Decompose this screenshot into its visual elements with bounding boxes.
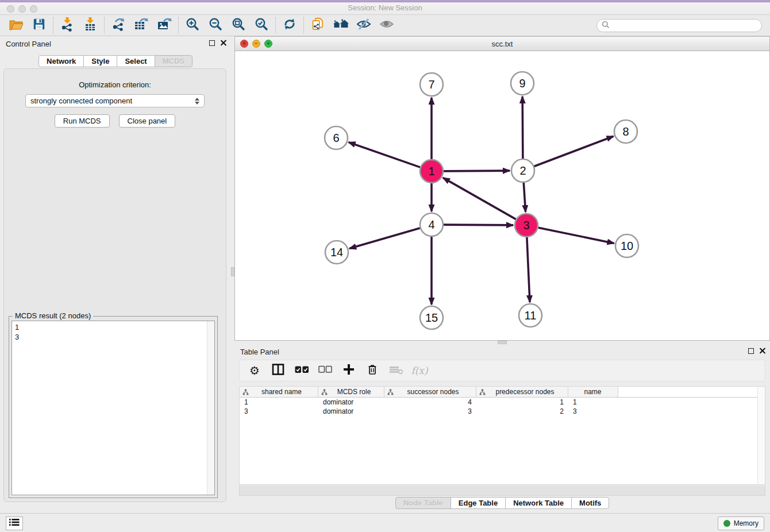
zoom-selected-button[interactable] [250,17,273,34]
tab-node-table[interactable]: Node Table [395,497,451,509]
delete-table-button[interactable] [388,363,404,379]
hide-selected-button[interactable] [352,17,375,34]
export-image-button[interactable] [153,17,176,34]
graph-node-4[interactable]: 4 [420,213,443,236]
graph-node-11[interactable]: 11 [519,304,542,327]
table-cell[interactable]: 1 [568,398,618,407]
graph-edge-2-8[interactable] [534,136,614,166]
table-cell[interactable]: 4 [384,398,476,407]
network-canvas[interactable]: 7968124314101511 [235,51,769,340]
graph-node-14[interactable]: 14 [325,241,348,264]
table-panel: Table Panel ⚙ f(x) shared nameMCDS roles… [234,344,770,513]
tab-style[interactable]: Style [83,55,117,67]
table-cell[interactable]: 3 [568,407,618,416]
column-header-mcds-role[interactable]: MCDS role [318,387,384,397]
graph-node-9[interactable]: 9 [511,72,534,95]
criterion-select[interactable]: strongly connected component [25,94,205,107]
table-cell[interactable]: 2 [476,407,568,416]
task-history-button[interactable] [6,516,23,530]
float-table-panel-icon[interactable] [748,348,754,354]
fx-icon: f(x) [411,365,428,376]
open-file-button[interactable] [5,17,28,34]
graph-node-1[interactable]: 1 [420,160,443,183]
table-settings-button[interactable]: ⚙ [247,363,263,379]
window-title: Session: New Session [0,3,770,12]
run-mcds-button[interactable]: Run MCDS [55,114,110,128]
zoom-out-button[interactable] [204,17,227,34]
table-cell[interactable]: dominator [318,398,384,407]
tab-select[interactable]: Select [117,55,155,67]
close-panel-button[interactable]: Close panel [119,114,176,128]
graph-node-7[interactable]: 7 [420,73,443,96]
zoom-in-icon [185,17,200,34]
zoom-fit-button[interactable] [227,17,250,34]
open-network-in-browser-button[interactable] [306,17,329,34]
first-neighbors-button[interactable] [329,17,352,34]
export-network-button[interactable] [107,17,130,34]
column-header-name[interactable]: name [568,387,618,397]
graph-node-2[interactable]: 2 [511,159,534,182]
tab-mcds[interactable]: MCDS [155,55,192,67]
table-cell[interactable]: dominator [318,407,384,416]
graph-edge-2-9[interactable] [522,97,523,159]
graph-node-10[interactable]: 10 [615,234,638,257]
search-box[interactable] [596,19,762,32]
add-column-button[interactable] [341,363,357,379]
graph-node-15[interactable]: 15 [420,306,443,329]
show-all-button[interactable] [375,17,398,34]
table-cell[interactable]: 1 [240,398,318,407]
table-bottom-strip [239,485,765,496]
graph-edge-1-2[interactable] [444,171,510,171]
column-header-shared-name[interactable]: shared name [240,387,318,397]
graph-edge-1-6[interactable] [349,142,421,168]
tab-network[interactable]: Network [38,55,84,67]
tab-edge-table[interactable]: Edge Table [451,497,506,509]
graph-edge-3-1[interactable] [443,178,516,219]
function-builder-button[interactable]: f(x) [411,363,428,379]
column-header-predecessor-nodes[interactable]: predecessor nodes [476,387,568,397]
export-table-button[interactable] [130,17,153,34]
mcds-result-line: 3 [15,332,203,342]
search-input[interactable] [612,20,761,31]
graph-node-6[interactable]: 6 [325,126,348,149]
graph-node-3[interactable]: 3 [515,214,538,237]
tab-network-table[interactable]: Network Table [505,497,572,509]
graph-node-8[interactable]: 8 [614,120,637,143]
table-cell[interactable]: 3 [384,407,476,416]
table-scrollbar[interactable] [757,387,765,484]
table-row[interactable]: 3dominator323 [240,407,765,416]
node-table[interactable]: shared nameMCDS rolesuccessor nodesprede… [239,386,765,485]
delete-column-button[interactable] [364,363,380,379]
table-cell[interactable]: 1 [476,398,568,407]
float-panel-icon[interactable] [209,40,215,46]
column-header-successor-nodes[interactable]: successor nodes [384,387,476,397]
table-row[interactable]: 1dominator411 [240,398,765,407]
refresh-layout-button[interactable] [278,17,301,34]
mcds-result-textarea[interactable]: 13 [11,321,215,495]
save-floppy-icon [32,17,46,33]
close-panel-icon[interactable] [220,40,226,46]
zoom-in-button[interactable] [181,17,204,34]
memory-button[interactable]: Memory [718,516,764,530]
houses-icon [333,17,349,33]
deselect-all-button[interactable] [317,363,333,379]
eye-icon [379,17,395,33]
select-all-button[interactable] [294,363,310,379]
tab-motifs[interactable]: Motifs [571,497,609,509]
import-network-button[interactable] [56,17,79,34]
table-cell[interactable]: 3 [240,407,318,416]
table-rows: 1dominator4113dominator323 [240,398,765,416]
column-layout-button[interactable] [270,363,286,379]
network-graph[interactable]: 7968124314101511 [235,51,769,340]
export-table-icon [133,17,149,34]
graph-edge-4-3[interactable] [444,225,513,225]
graph-edge-2-3[interactable] [523,183,525,212]
import-table-button[interactable] [79,17,102,34]
graph-edge-4-14[interactable] [349,228,420,249]
close-table-panel-icon[interactable] [759,348,765,354]
graph-edge-3-11[interactable] [527,237,530,302]
save-session-button[interactable] [28,17,51,34]
graph-edge-3-10[interactable] [538,228,614,243]
mcds-result-scrollbar[interactable] [207,321,214,495]
export-image-icon [156,17,172,34]
